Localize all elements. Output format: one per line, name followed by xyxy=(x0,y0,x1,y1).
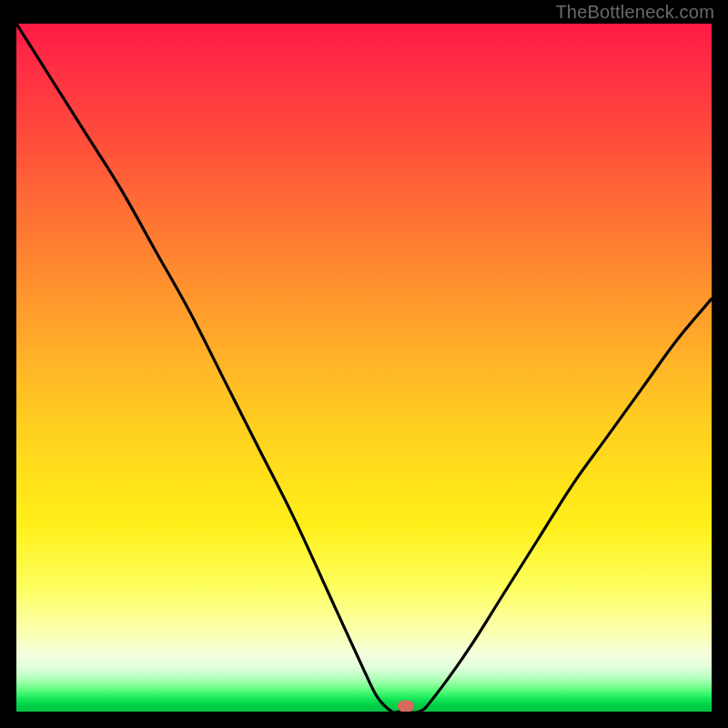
chart-frame: TheBottleneck.com xyxy=(0,0,728,728)
optimum-marker xyxy=(398,701,414,713)
watermark-text: TheBottleneck.com xyxy=(555,2,714,23)
bottleneck-curve xyxy=(16,24,712,712)
plot-area xyxy=(16,24,712,712)
